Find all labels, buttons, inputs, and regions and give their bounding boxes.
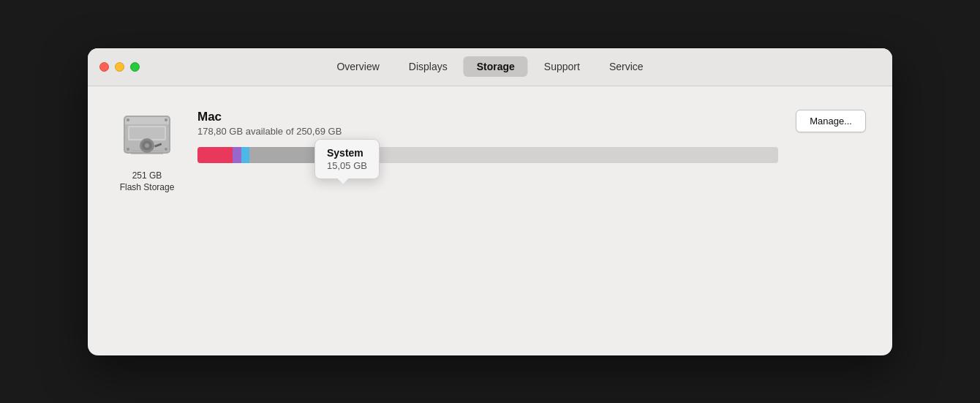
tooltip-title: System [327, 147, 367, 159]
manage-btn-area: Manage... [796, 107, 866, 132]
svg-point-11 [165, 118, 167, 121]
close-button[interactable] [99, 62, 109, 72]
disk-info: Mac 178,80 GB available of 250,69 GB [197, 107, 778, 163]
svg-point-12 [127, 148, 129, 151]
tooltip-value: 15,05 GB [327, 160, 367, 171]
tab-service[interactable]: Service [596, 56, 657, 77]
minimize-button[interactable] [115, 62, 124, 72]
disk-name: Mac [197, 110, 778, 124]
tab-bar: Overview Displays Storage Support Servic… [323, 56, 656, 77]
bar-segment-audio [241, 147, 250, 163]
disk-availability: 178,80 GB available of 250,69 GB [197, 126, 778, 137]
tooltip: System 15,05 GB [314, 139, 380, 179]
disk-row: 251 GB Flash Storage Mac 178,80 GB avail… [114, 107, 866, 195]
bar-segment-free [331, 147, 779, 163]
disk-icon-area: 251 GB Flash Storage [114, 107, 180, 195]
hard-drive-icon [118, 107, 176, 165]
svg-rect-3 [125, 121, 169, 124]
content-area: 251 GB Flash Storage Mac 178,80 GB avail… [88, 86, 892, 218]
tab-overview[interactable]: Overview [323, 56, 392, 77]
disk-size-label: 251 GB Flash Storage [120, 170, 175, 195]
main-window: Overview Displays Storage Support Servic… [88, 48, 892, 355]
svg-point-10 [127, 118, 129, 121]
svg-rect-5 [129, 127, 165, 139]
tab-displays[interactable]: Displays [396, 56, 461, 77]
titlebar: Overview Displays Storage Support Servic… [88, 48, 892, 86]
maximize-button[interactable] [130, 62, 140, 72]
bar-segment-apps [197, 147, 233, 163]
storage-bar [197, 147, 778, 163]
tab-storage[interactable]: Storage [464, 56, 528, 77]
traffic-lights [99, 62, 140, 72]
tab-support[interactable]: Support [531, 56, 593, 77]
bar-segment-photos [233, 147, 241, 163]
manage-button[interactable]: Manage... [796, 110, 866, 132]
svg-point-8 [145, 143, 149, 148]
svg-point-13 [165, 148, 167, 151]
